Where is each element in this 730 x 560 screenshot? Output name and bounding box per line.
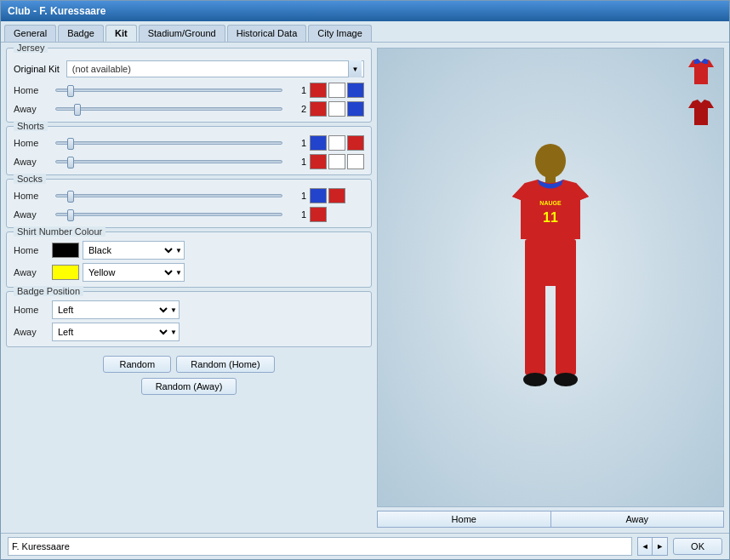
tab-badge[interactable]: Badge: [58, 25, 104, 42]
content-area: Jersey Original Kit (not available) ▼ Ho…: [1, 43, 729, 533]
shorts-away-color3[interactable]: [347, 154, 364, 169]
socks-home-label: Home: [14, 191, 52, 201]
original-kit-dropdown[interactable]: (not available) ▼: [66, 60, 364, 77]
shorts-away-slider[interactable]: [55, 155, 282, 169]
svg-rect-3: [694, 67, 708, 74]
svg-rect-10: [556, 282, 576, 341]
shirt-away-swatch[interactable]: [52, 265, 79, 280]
preview-bottom: Home Away: [377, 511, 724, 528]
shorts-home-color1[interactable]: [310, 135, 327, 151]
right-panel: 11 NAUGE Home Away: [377, 48, 724, 528]
svg-rect-11: [525, 333, 545, 375]
tab-historical[interactable]: Historical Data: [227, 25, 307, 42]
shorts-away-color2[interactable]: [328, 154, 345, 169]
shirt-home-dropdown-wrap: Black White Yellow Red Blue ▼: [83, 241, 185, 260]
badge-away-dropdown[interactable]: Left Right None: [53, 323, 170, 340]
badge-home-row: Home Left Right None ▼: [14, 300, 364, 319]
socks-home-slider[interactable]: [55, 189, 282, 203]
original-kit-label: Original Kit: [14, 64, 60, 74]
jersey-away-colors: [310, 101, 364, 117]
jersey-away-value: 2: [286, 104, 306, 114]
shirt-home-dropdown[interactable]: Black White Yellow Red Blue: [83, 242, 175, 259]
away-kit-mini[interactable]: [684, 94, 718, 129]
random-button[interactable]: Random: [103, 356, 171, 373]
badge-home-dropdown[interactable]: Left Right None: [53, 301, 170, 318]
shirt-away-dropdown[interactable]: Black Yellow White Red Blue: [83, 264, 175, 281]
title-bar: Club - F. Kuressaare: [1, 1, 729, 21]
tab-general[interactable]: General: [4, 25, 56, 42]
svg-point-13: [523, 373, 547, 386]
jersey-away-color2[interactable]: [328, 101, 345, 117]
svg-rect-9: [525, 282, 545, 341]
nav-next-button[interactable]: ►: [653, 537, 668, 556]
shirt-away-dropdown-wrap: Black Yellow White Red Blue ▼: [83, 263, 185, 282]
shorts-home-slider[interactable]: [55, 136, 282, 150]
tab-city[interactable]: City Image: [308, 25, 372, 42]
jersey-away-color1[interactable]: [310, 101, 327, 117]
tabs-bar: General Badge Kit Stadium/Ground Histori…: [1, 21, 729, 43]
ok-button[interactable]: OK: [673, 538, 722, 555]
jersey-away-label: Away: [14, 104, 52, 114]
socks-home-color2[interactable]: [328, 188, 345, 203]
preview-area: 11 NAUGE: [377, 48, 724, 507]
socks-away-slider[interactable]: [55, 208, 282, 221]
bottom-bar: F. Kuressaare ◄ ► OK: [1, 533, 729, 559]
socks-away-label: Away: [14, 209, 52, 220]
preview-away-button[interactable]: Away: [551, 511, 725, 528]
socks-home-colors: [310, 188, 364, 203]
shorts-away-colors: [310, 154, 364, 169]
svg-rect-5: [694, 108, 708, 115]
tab-stadium[interactable]: Stadium/Ground: [139, 25, 225, 42]
jersey-home-color3[interactable]: [347, 83, 364, 98]
shorts-away-color1[interactable]: [310, 154, 327, 169]
jersey-away-slider[interactable]: [55, 102, 282, 116]
shorts-home-value: 1: [286, 138, 306, 148]
jersey-home-label: Home: [14, 85, 52, 95]
jersey-home-color2[interactable]: [328, 83, 345, 98]
badge-away-dropdown-wrap: Left Right None ▼: [52, 323, 180, 341]
shorts-home-colors: [310, 135, 364, 151]
shirt-home-swatch[interactable]: [52, 243, 79, 258]
shirt-home-row: Home Black White Yellow Red Blue ▼: [14, 241, 364, 260]
jersey-home-slider[interactable]: [55, 83, 282, 97]
badge-position-title: Badge Position: [14, 286, 83, 296]
svg-point-6: [535, 144, 566, 178]
window-title: Club - F. Kuressaare: [8, 5, 106, 17]
shorts-home-color2[interactable]: [328, 135, 345, 151]
shorts-away-value: 1: [286, 157, 306, 167]
jersey-section-title: Jersey: [14, 43, 48, 53]
shorts-home-row: Home 1: [14, 135, 364, 151]
home-kit-mini[interactable]: [684, 54, 718, 88]
shirt-number-section: Shirt Number Colour Home Black White Yel…: [6, 231, 372, 288]
badge-away-label: Away: [14, 327, 52, 337]
kit-preview-right: [684, 54, 718, 129]
shirt-away-label: Away: [14, 267, 52, 277]
jersey-away-color3[interactable]: [347, 101, 364, 117]
socks-section: Socks Home 1: [6, 179, 372, 228]
preview-home-button[interactable]: Home: [377, 511, 551, 528]
shorts-section: Shorts Home 1: [6, 126, 372, 175]
jersey-home-color1[interactable]: [310, 83, 327, 98]
socks-away-colors: [310, 207, 364, 222]
random-home-button[interactable]: Random (Home): [176, 356, 274, 373]
tab-kit[interactable]: Kit: [106, 25, 137, 42]
jersey-away-row: Away 2: [14, 101, 364, 117]
original-kit-arrow[interactable]: ▼: [348, 60, 362, 77]
club-dropdown[interactable]: F. Kuressaare: [8, 537, 632, 556]
nav-buttons: ◄ ►: [637, 537, 668, 556]
socks-home-color1[interactable]: [310, 188, 327, 203]
player-figure: 11 NAUGE: [495, 137, 606, 418]
badge-home-label: Home: [14, 305, 52, 315]
socks-away-color1[interactable]: [310, 207, 327, 222]
original-kit-value: (not available): [69, 64, 348, 74]
socks-away-row: Away 1: [14, 207, 364, 222]
random-away-button[interactable]: Random (Away): [141, 378, 237, 395]
main-window: Club - F. Kuressaare General Badge Kit S…: [0, 0, 730, 560]
jersey-home-value: 1: [286, 85, 306, 95]
svg-text:11: 11: [543, 210, 558, 225]
button-row: Random Random (Home) Random (Away): [6, 351, 372, 400]
shorts-home-color3[interactable]: [347, 135, 364, 151]
nav-prev-button[interactable]: ◄: [637, 537, 653, 556]
socks-home-value: 1: [286, 191, 306, 201]
socks-section-title: Socks: [14, 174, 46, 184]
